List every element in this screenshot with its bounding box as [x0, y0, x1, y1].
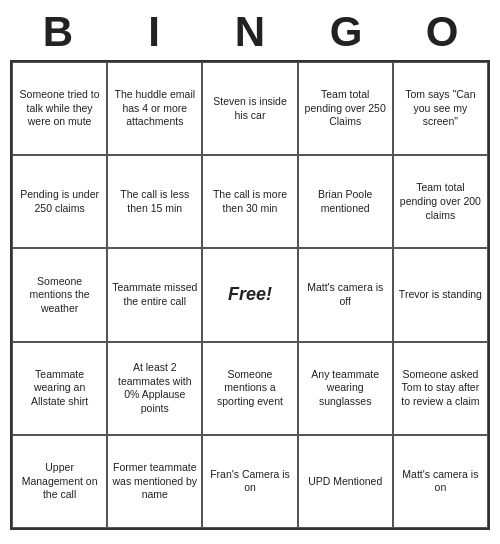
bingo-grid: Someone tried to talk while they were on… — [10, 60, 490, 530]
bingo-cell-5[interactable]: Tom says "Can you see my screen" — [393, 62, 488, 155]
bingo-letter-b: B — [18, 8, 98, 56]
bingo-cell-24[interactable]: UPD Mentioned — [298, 435, 393, 528]
bingo-cell-19[interactable]: Any teammate wearing sunglasses — [298, 342, 393, 435]
bingo-cell-21[interactable]: Upper Management on the call — [12, 435, 107, 528]
bingo-cell-17[interactable]: At least 2 teammates with 0% Applause po… — [107, 342, 202, 435]
bingo-letter-o: O — [402, 8, 482, 56]
bingo-cell-1[interactable]: Someone tried to talk while they were on… — [12, 62, 107, 155]
bingo-cell-9[interactable]: Brian Poole mentioned — [298, 155, 393, 248]
bingo-title: BINGO — [10, 0, 490, 60]
bingo-cell-8[interactable]: The call is more then 30 min — [202, 155, 297, 248]
bingo-cell-7[interactable]: The call is less then 15 min — [107, 155, 202, 248]
bingo-cell-13[interactable]: Free! — [202, 248, 297, 341]
bingo-cell-4[interactable]: Team total pending over 250 Claims — [298, 62, 393, 155]
bingo-cell-23[interactable]: Fran's Camera is on — [202, 435, 297, 528]
bingo-cell-6[interactable]: Pending is under 250 claims — [12, 155, 107, 248]
bingo-cell-2[interactable]: The huddle email has 4 or more attachmen… — [107, 62, 202, 155]
bingo-cell-3[interactable]: Steven is inside his car — [202, 62, 297, 155]
bingo-cell-12[interactable]: Teammate missed the entire call — [107, 248, 202, 341]
bingo-letter-i: I — [114, 8, 194, 56]
bingo-cell-18[interactable]: Someone mentions a sporting event — [202, 342, 297, 435]
bingo-letter-n: N — [210, 8, 290, 56]
bingo-cell-15[interactable]: Trevor is standing — [393, 248, 488, 341]
bingo-cell-11[interactable]: Someone mentions the weather — [12, 248, 107, 341]
bingo-cell-22[interactable]: Former teammate was mentioned by name — [107, 435, 202, 528]
bingo-cell-10[interactable]: Team total pending over 200 claims — [393, 155, 488, 248]
bingo-cell-16[interactable]: Teammate wearing an Allstate shirt — [12, 342, 107, 435]
bingo-cell-14[interactable]: Matt's camera is off — [298, 248, 393, 341]
bingo-cell-20[interactable]: Someone asked Tom to stay after to revie… — [393, 342, 488, 435]
bingo-letter-g: G — [306, 8, 386, 56]
bingo-cell-25[interactable]: Matt's camera is on — [393, 435, 488, 528]
